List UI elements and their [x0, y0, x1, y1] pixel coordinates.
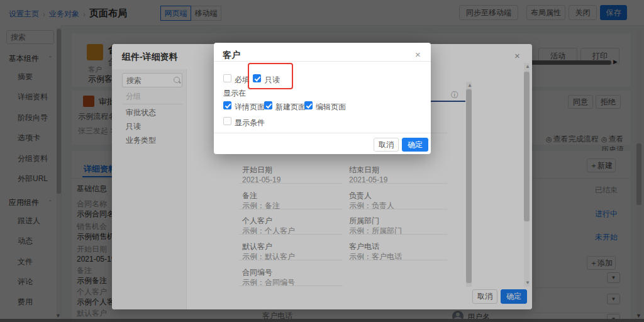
- show-new-page-label[interactable]: 新建页面: [275, 102, 306, 113]
- show-edit-page-label[interactable]: 编辑页面: [316, 102, 346, 113]
- display-condition-checkbox[interactable]: [223, 117, 231, 125]
- field-settings-modal: 客户 × 必填 只读 显示在 详情页面 新建页面 编辑页面 显示条件 取消 确定: [214, 43, 431, 154]
- show-in-label: 显示在: [223, 89, 246, 97]
- show-new-page-checkbox[interactable]: [264, 101, 272, 109]
- show-edit-page-checkbox[interactable]: [304, 101, 313, 109]
- readonly-highlight-annotation: [248, 63, 293, 89]
- show-detail-page-label[interactable]: 详情页面: [235, 102, 265, 113]
- close-icon[interactable]: ×: [415, 50, 421, 59]
- display-condition-label[interactable]: 显示条件: [235, 118, 265, 128]
- show-detail-page-checkbox[interactable]: [223, 101, 231, 109]
- required-checkbox[interactable]: [223, 74, 231, 82]
- field-modal-cancel-button[interactable]: 取消: [374, 138, 399, 152]
- field-modal-title: 客户: [223, 50, 240, 59]
- divider: [214, 61, 431, 62]
- divider: [214, 133, 431, 133]
- field-modal-confirm-button[interactable]: 确定: [402, 138, 428, 152]
